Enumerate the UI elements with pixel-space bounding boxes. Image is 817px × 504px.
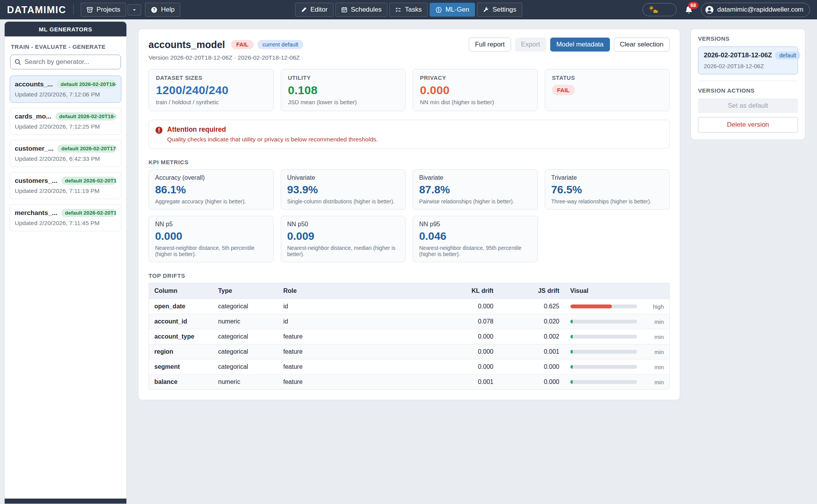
drift-section-label: TOP DRIFTS — [149, 272, 670, 279]
tab-editor-label: Editor — [310, 6, 327, 14]
kpi-label: NN p50 — [287, 221, 399, 228]
versions-panel: VERSIONS 2026-02-20T18-12-06Z default 20… — [691, 29, 805, 140]
column-header: KL drift — [410, 283, 499, 299]
sidebar-footer — [5, 499, 126, 504]
model-detail-panel: accounts_model FAIL current default Full… — [138, 29, 680, 400]
version-subtext: 2026-02-20T18-12-06Z — [704, 63, 792, 69]
delete-version-button[interactable]: Delete version — [698, 117, 798, 132]
kpi-subtext: Aggregate accuracy (higher is better). — [155, 198, 267, 205]
generator-item-cards[interactable]: cards_mo... default 2026-02-20T18-12... … — [10, 108, 121, 135]
default-version-badge: default 2026-02-20T18... — [61, 209, 116, 217]
kpi-subtext: Single-column distributions (higher is b… — [287, 198, 399, 205]
generator-list: accounts_... default 2026-02-20T18-... U… — [5, 76, 126, 499]
search-input[interactable] — [24, 58, 117, 66]
pencil-icon — [301, 7, 307, 13]
drift-level: min — [655, 349, 664, 355]
projects-button[interactable]: Projects — [81, 3, 126, 17]
generator-item-customers[interactable]: customers_... default 2026-02-20T18... U… — [10, 172, 121, 199]
tab-ml-gen[interactable]: ML-Gen — [430, 3, 475, 17]
app-logo: DATAMIMIC — [7, 4, 66, 15]
generator-updated: Updated 2/20/2026, 7:12:25 PM — [15, 123, 116, 130]
drift-level: high — [653, 303, 664, 310]
kpi-section-label: KPI METRICS — [149, 159, 670, 165]
summary-cards: DATASET SIZES 1200/240/240 train / holdo… — [149, 69, 670, 111]
set-as-default-button[interactable]: Set as default — [698, 98, 798, 113]
generator-item-customer[interactable]: customer_... default 2026-02-20T17-4... … — [10, 140, 121, 167]
column-header: Type — [213, 283, 278, 299]
table-header-row: Column Type Role KL drift JS drift Visua… — [149, 283, 670, 299]
card-label: DATASET SIZES — [156, 75, 266, 81]
nav-divider — [73, 5, 74, 15]
kpi-nn-p95-card: NN p95 0.046 Nearest-neighbor distance, … — [413, 216, 538, 262]
kpi-value: 0.009 — [287, 230, 399, 243]
help-button[interactable]: ? Help — [145, 3, 180, 17]
column-header: JS drift — [499, 283, 565, 299]
projects-label: Projects — [97, 6, 120, 14]
tab-schedules[interactable]: Schedules — [335, 3, 387, 17]
question-circle-icon: ? — [151, 7, 157, 13]
export-button[interactable]: Export — [515, 38, 546, 52]
calendar-icon — [341, 7, 347, 13]
model-metadata-button[interactable]: Model metadata — [550, 38, 610, 52]
table-row[interactable]: account_id numeric id 0.078 0.020 min — [149, 314, 670, 329]
generator-updated: Updated 2/20/2026, 7:11:19 PM — [15, 187, 116, 194]
table-row[interactable]: account_type categorical feature 0.000 0… — [149, 329, 670, 344]
privacy-value: 0.000 — [420, 84, 530, 97]
generator-name: customer_... — [15, 145, 54, 153]
kpi-univariate-card: Univariate 93.9% Single-column distribut… — [281, 169, 406, 210]
user-account-button[interactable]: datamimic@rapiddweller.com — [701, 3, 810, 17]
sidebar-subtitle: TRAIN - EVALUATE - GENERATE — [11, 43, 120, 50]
main-navigation: Editor Schedules Tasks — [295, 3, 522, 17]
tab-ml-gen-label: ML-Gen — [446, 6, 469, 14]
generator-search[interactable] — [10, 55, 121, 69]
kpi-subtext: Nearest-neighbor distance, median (highe… — [287, 245, 399, 257]
kpi-accuracy-card: Accuracy (overall) 86.1% Aggregate accur… — [149, 169, 274, 210]
column-header: Role — [278, 283, 410, 299]
drift-level: min — [655, 364, 664, 370]
tab-tasks-label: Tasks — [405, 6, 421, 14]
generator-updated: Updated 2/20/2026, 7:11:45 PM — [15, 220, 116, 227]
help-label: Help — [161, 6, 174, 14]
dataset-sizes-card: DATASET SIZES 1200/240/240 train / holdo… — [149, 69, 274, 111]
table-row[interactable]: region categorical feature 0.000 0.001 m… — [149, 344, 670, 360]
wrench-icon — [483, 7, 489, 13]
version-line: Version 2026-02-20T18-12-06Z · 2026-02-2… — [149, 54, 670, 61]
tab-settings[interactable]: Settings — [477, 3, 522, 17]
archive-box-icon — [86, 7, 93, 13]
kpi-subtext: Nearest-neighbor distance, 95th percenti… — [419, 245, 531, 257]
generator-name: cards_mo... — [15, 113, 52, 120]
kpi-value: 87.8% — [419, 184, 531, 196]
svg-text:?: ? — [153, 7, 155, 12]
alert-circle-icon — [155, 126, 163, 134]
version-default-badge: default — [775, 52, 801, 59]
alert-title: Attention required — [167, 126, 378, 134]
panel-divider — [698, 81, 798, 81]
tab-tasks[interactable]: Tasks — [389, 3, 427, 17]
table-row[interactable]: balance numeric feature 0.001 0.000 min — [149, 375, 670, 390]
projects-dropdown-button[interactable] — [128, 4, 141, 15]
generator-item-accounts[interactable]: accounts_... default 2026-02-20T18-... U… — [10, 76, 121, 103]
clear-selection-button[interactable]: Clear selection — [614, 38, 670, 52]
kpi-subtext: Nearest-neighbor distance, 5th percentil… — [155, 245, 267, 257]
kpi-nn-p50-card: NN p50 0.009 Nearest-neighbor distance, … — [281, 216, 406, 262]
card-subtext: train / holdout / synthetic — [156, 99, 266, 105]
full-report-button[interactable]: Full report — [469, 38, 511, 52]
version-list-item[interactable]: 2026-02-20T18-12-06Z default 2026-02-20T… — [698, 46, 798, 74]
versions-header: VERSIONS — [698, 35, 798, 42]
drift-level: min — [655, 318, 664, 325]
tab-editor[interactable]: Editor — [295, 3, 333, 17]
drift-level: min — [655, 334, 664, 340]
table-row[interactable]: segment categorical feature 0.000 0.000 … — [149, 360, 670, 375]
kpi-value: 86.1% — [155, 184, 267, 196]
drift-bar: high — [570, 303, 664, 310]
weather-toggle[interactable] — [643, 3, 677, 16]
version-actions-header: VERSION ACTIONS — [698, 87, 798, 94]
generator-item-merchants[interactable]: merchants_... default 2026-02-20T18... U… — [10, 204, 121, 231]
generator-updated: Updated 2/20/2026, 7:12:06 PM — [15, 91, 116, 98]
table-row[interactable]: open_date categorical id 0.000 0.625 hig… — [149, 299, 670, 314]
kpi-trivariate-card: Trivariate 76.5% Three-way relationships… — [545, 169, 670, 210]
kpi-value: 0.046 — [419, 230, 531, 243]
alert-message: Quality checks indicate that utility or … — [167, 136, 378, 143]
drift-bar: min — [570, 318, 664, 325]
notifications-button[interactable]: 68 — [684, 5, 693, 14]
